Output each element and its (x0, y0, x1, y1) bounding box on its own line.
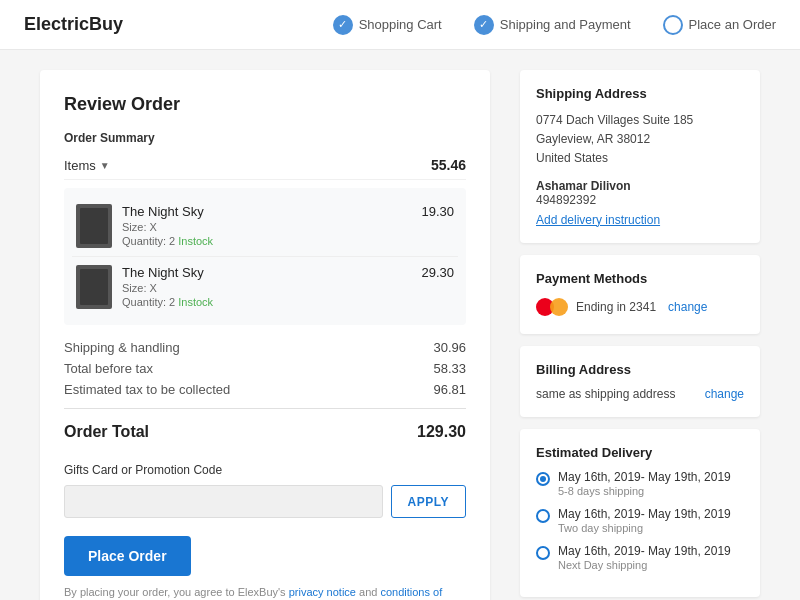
main-content: Review Order Order Summary Items ▼ 55.46… (0, 50, 800, 600)
product-details-1: The Night Sky Size: X Quantity: 2 Instoc… (122, 265, 411, 308)
tax-row: Estimated tax to be collected 96.81 (64, 379, 466, 400)
radio-icon-1 (536, 509, 550, 523)
product-name-1: The Night Sky (122, 265, 411, 280)
address-line1: 0774 Dach Villages Suite 185 (536, 111, 744, 130)
order-total-row: Order Total 129.30 (64, 408, 466, 451)
product-size-0: Size: X (122, 221, 411, 233)
header: ElectricBuy ✓ Shopping Cart ✓ Shipping a… (0, 0, 800, 50)
items-row: Items ▼ 55.46 (64, 151, 466, 180)
radio-icon-0 (536, 472, 550, 486)
promo-row: APPLY (64, 485, 466, 518)
step-circle-shopping-cart: ✓ (333, 15, 353, 35)
person-name: Ashamar Dilivon (536, 179, 744, 193)
delivery-option-2[interactable]: May 16th, 2019- May 19th, 2019 Next Day … (536, 544, 744, 571)
payment-section: Payment Methods Ending in 2341 change (520, 255, 760, 334)
right-panel: Shipping Address 0774 Dach Villages Suit… (520, 70, 760, 600)
payment-row: Ending in 2341 change (536, 296, 744, 318)
phone-number: 494892392 (536, 193, 744, 207)
tax-label: Estimated tax to be collected (64, 382, 230, 397)
delivery-date-2: May 16th, 2019- May 19th, 2019 (558, 544, 731, 558)
chevron-down-icon: ▼ (100, 160, 110, 171)
product-price-1: 29.30 (421, 265, 454, 280)
promo-input[interactable] (64, 485, 383, 518)
place-order-section: Place Order By placing your order, you a… (64, 536, 466, 600)
product-item-1: The Night Sky Size: X Quantity: 2 Instoc… (72, 256, 458, 317)
product-instock-1: Instock (178, 296, 213, 308)
step-shopping-cart[interactable]: ✓ Shopping Cart (333, 15, 442, 35)
billing-text: same as shipping address (536, 387, 675, 401)
review-order-title: Review Order (64, 94, 466, 115)
delivery-date-0: May 16th, 2019- May 19th, 2019 (558, 470, 731, 484)
tax-value: 96.81 (433, 382, 466, 397)
privacy-link[interactable]: privacy notice (289, 586, 356, 598)
delivery-date-1: May 16th, 2019- May 19th, 2019 (558, 507, 731, 521)
shipping-value: 30.96 (433, 340, 466, 355)
before-tax-row: Total before tax 58.33 (64, 358, 466, 379)
items-total: 55.46 (431, 157, 466, 173)
disclaimer: By placing your order, you agree to Elex… (64, 586, 466, 600)
delivery-section: Estimated Delivery May 16th, 2019- May 1… (520, 429, 760, 597)
step-label-shipping: Shipping and Payment (500, 17, 631, 32)
product-name-0: The Night Sky (122, 204, 411, 219)
radio-icon-2 (536, 546, 550, 560)
product-instock-0: Instock (178, 235, 213, 247)
billing-title: Billing Address (536, 362, 744, 377)
shipping-row: Shipping & handling 30.96 (64, 337, 466, 358)
step-circle-shipping: ✓ (474, 15, 494, 35)
items-label: Items (64, 158, 96, 173)
product-list: The Night Sky Size: X Quantity: 2 Instoc… (64, 188, 466, 325)
delivery-sub-2: Next Day shipping (558, 559, 731, 571)
items-toggle[interactable]: Items ▼ (64, 158, 110, 173)
before-tax-value: 58.33 (433, 361, 466, 376)
logo: ElectricBuy (24, 14, 123, 35)
billing-row: same as shipping address change (536, 387, 744, 401)
order-total-label: Order Total (64, 423, 149, 441)
product-image-1 (76, 265, 112, 309)
delivery-option-0[interactable]: May 16th, 2019- May 19th, 2019 5-8 days … (536, 470, 744, 497)
step-shipping-payment[interactable]: ✓ Shipping and Payment (474, 15, 631, 35)
payment-title: Payment Methods (536, 271, 744, 286)
step-place-order[interactable]: Place an Order (663, 15, 776, 35)
product-details-0: The Night Sky Size: X Quantity: 2 Instoc… (122, 204, 411, 247)
payment-change-link[interactable]: change (668, 300, 707, 314)
billing-change-link[interactable]: change (705, 387, 744, 401)
order-total-value: 129.30 (417, 423, 466, 441)
apply-button[interactable]: APPLY (391, 485, 466, 518)
step-circle-place-order (663, 15, 683, 35)
before-tax-label: Total before tax (64, 361, 153, 376)
delivery-title: Estimated Delivery (536, 445, 744, 460)
billing-section: Billing Address same as shipping address… (520, 346, 760, 417)
delivery-option-1[interactable]: May 16th, 2019- May 19th, 2019 Two day s… (536, 507, 744, 534)
place-order-button[interactable]: Place Order (64, 536, 191, 576)
shipping-label: Shipping & handling (64, 340, 180, 355)
mastercard-icon (536, 296, 568, 318)
product-image-0 (76, 204, 112, 248)
product-size-1: Size: X (122, 282, 411, 294)
delivery-sub-0: 5-8 days shipping (558, 485, 731, 497)
shipping-address-section: Shipping Address 0774 Dach Villages Suit… (520, 70, 760, 243)
left-panel: Review Order Order Summary Items ▼ 55.46… (40, 70, 490, 600)
delivery-sub-1: Two day shipping (558, 522, 731, 534)
promo-label: Gifts Card or Promotion Code (64, 463, 466, 477)
add-instruction-link[interactable]: Add delivery instruction (536, 213, 744, 227)
promo-section: Gifts Card or Promotion Code APPLY (64, 463, 466, 518)
order-summary-label: Order Summary (64, 131, 466, 145)
card-text: Ending in 2341 (576, 300, 656, 314)
product-qty-1: Quantity: 2 Instock (122, 296, 411, 308)
shipping-address-title: Shipping Address (536, 86, 744, 101)
product-qty-0: Quantity: 2 Instock (122, 235, 411, 247)
step-label-place-order: Place an Order (689, 17, 776, 32)
product-item-0: The Night Sky Size: X Quantity: 2 Instoc… (72, 196, 458, 256)
address-line3: United States (536, 149, 744, 168)
product-price-0: 19.30 (421, 204, 454, 219)
address-line2: Gayleview, AR 38012 (536, 130, 744, 149)
steps: ✓ Shopping Cart ✓ Shipping and Payment P… (333, 15, 776, 35)
cost-rows: Shipping & handling 30.96 Total before t… (64, 337, 466, 400)
step-label-shopping-cart: Shopping Cart (359, 17, 442, 32)
